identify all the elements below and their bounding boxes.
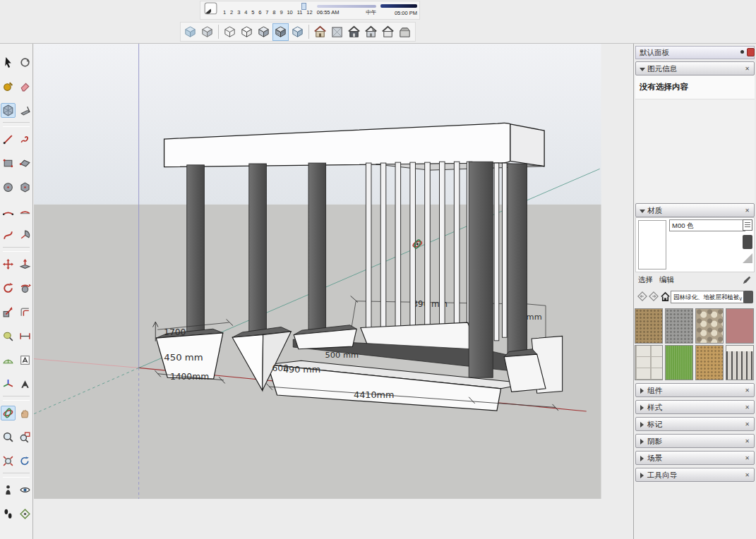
pan-tool-icon[interactable] (18, 406, 32, 420)
time-slider-track[interactable] (317, 5, 376, 8)
style-back-edges-icon[interactable] (199, 23, 215, 41)
tape-measure-tool-icon[interactable] (1, 329, 16, 344)
swatch-pavers[interactable] (635, 345, 663, 380)
section-styles[interactable]: 样式 (635, 400, 755, 414)
3d-text-tool-icon[interactable] (18, 377, 32, 392)
paint-details-icon[interactable] (743, 235, 752, 249)
panel-title[interactable]: 默认面板 (635, 46, 755, 59)
3d-viewport[interactable]: 390 mm 2 mm (34, 44, 633, 539)
close-icon[interactable] (743, 420, 751, 429)
line-tool-icon[interactable] (1, 132, 16, 147)
orbit-tool-icon[interactable] (1, 406, 16, 420)
zoom-window-tool-icon[interactable] (18, 430, 32, 444)
arc-tool-icon[interactable] (1, 204, 16, 219)
style-monochrome-icon[interactable] (289, 23, 306, 41)
close-icon[interactable] (743, 64, 751, 73)
shadow-date-slider[interactable]: 1 2 3 4 5 6 7 8 9 10 11 12 (223, 2, 313, 16)
polygon-tool-icon[interactable] (18, 180, 32, 195)
section-instructor[interactable]: 工具向导 (635, 468, 755, 482)
style-wireframe-icon[interactable] (222, 23, 238, 41)
pin-icon[interactable] (740, 50, 744, 54)
style-shaded-textures-icon[interactable] (272, 23, 289, 41)
date-slider-track[interactable] (223, 4, 313, 8)
close-icon[interactable] (743, 206, 751, 215)
expand-arrow-icon (640, 422, 644, 428)
gray-flag-tool-icon[interactable] (18, 103, 32, 118)
view-left-icon[interactable] (397, 23, 413, 41)
paint-bucket-tool-icon[interactable] (1, 79, 16, 94)
dimension-tool-icon[interactable] (18, 329, 32, 344)
make-component-tool-icon[interactable] (18, 55, 32, 70)
follow-me-tool-icon[interactable] (18, 281, 32, 296)
close-icon[interactable] (743, 403, 751, 412)
push-pull-tool-icon[interactable] (18, 257, 32, 272)
home-icon[interactable] (660, 291, 670, 301)
style-shaded-icon[interactable] (256, 23, 272, 41)
rotated-rectangle-tool-icon[interactable] (18, 156, 32, 171)
details-icon[interactable] (743, 291, 753, 303)
walk-tool-icon[interactable] (1, 507, 16, 521)
zoom-tool-icon[interactable] (1, 430, 16, 444)
view-iso-icon[interactable] (312, 23, 328, 41)
select-tool-icon[interactable] (1, 55, 16, 70)
look-around-tool-icon[interactable] (18, 483, 32, 497)
swatch-earth-tan[interactable] (695, 345, 724, 380)
protractor-tool-icon[interactable] (1, 353, 16, 368)
material-category-dropdown[interactable]: 园林绿化、地被层和植被 (671, 291, 744, 303)
close-icon[interactable] (743, 386, 751, 395)
panel-close-icon[interactable] (747, 48, 755, 56)
rotate-tool-icon[interactable] (1, 281, 16, 296)
entity-info-header[interactable]: 图元信息 (635, 61, 755, 75)
swatch-rose-stone[interactable] (726, 308, 754, 344)
style-xray-icon[interactable] (182, 23, 198, 41)
shadow-time-slider-end[interactable]: 05:00 PM (380, 2, 417, 16)
swatch-gravel-gray[interactable] (665, 308, 693, 344)
tab-select[interactable]: 选择 (638, 275, 653, 285)
scale-tool-icon[interactable] (1, 305, 16, 320)
curve-tool-icon[interactable] (1, 228, 16, 243)
swatch-gravel-brown[interactable] (635, 308, 663, 344)
textured-cube-tool-icon[interactable] (1, 103, 16, 118)
nav-back-icon[interactable] (637, 291, 647, 301)
materials-header[interactable]: 材质 (635, 203, 755, 217)
text-tool-icon[interactable] (18, 353, 32, 368)
dimension-label-4410: 4410mm (354, 389, 394, 400)
move-tool-icon[interactable] (1, 257, 16, 272)
close-icon[interactable] (743, 437, 751, 446)
previous-view-tool-icon[interactable] (18, 454, 32, 468)
nav-forward-icon[interactable] (649, 291, 659, 301)
view-right-icon[interactable] (363, 23, 379, 41)
time-end-track[interactable] (380, 4, 417, 8)
create-material-icon[interactable] (743, 219, 752, 231)
shadow-toggle-icon[interactable] (203, 2, 219, 18)
zoom-extents-tool-icon[interactable] (1, 454, 16, 468)
two-point-arc-tool-icon[interactable] (18, 204, 32, 219)
view-back-icon[interactable] (380, 23, 396, 41)
section-components[interactable]: 组件 (635, 383, 755, 397)
view-front-icon[interactable] (346, 23, 362, 41)
pie-tool-icon[interactable] (18, 228, 32, 243)
freehand-tool-icon[interactable] (18, 132, 32, 147)
axes-tool-icon[interactable] (1, 377, 16, 392)
swatch-fence[interactable] (726, 345, 754, 380)
offset-tool-icon[interactable] (18, 305, 32, 320)
tab-edit[interactable]: 编辑 (659, 275, 674, 285)
eraser-tool-icon[interactable] (18, 79, 32, 94)
section-tags[interactable]: 标记 (635, 417, 755, 431)
rectangle-tool-icon[interactable] (1, 156, 16, 171)
close-icon[interactable] (743, 454, 751, 463)
sample-paint-icon[interactable] (742, 275, 752, 285)
section-plane-tool-icon[interactable] (18, 507, 32, 521)
position-camera-tool-icon[interactable] (1, 483, 16, 497)
swatch-pebbles[interactable] (695, 308, 724, 344)
view-top-icon[interactable] (329, 23, 345, 41)
close-icon[interactable] (743, 471, 751, 480)
section-shadows[interactable]: 阴影 (635, 434, 755, 448)
style-hidden-line-icon[interactable] (239, 23, 255, 41)
material-name-field[interactable]: M00 色 (669, 219, 745, 231)
shadow-time-slider[interactable]: 06:55 AM 中午 (317, 2, 376, 16)
circle-tool-icon[interactable] (1, 180, 16, 195)
section-scenes[interactable]: 场景 (635, 451, 755, 465)
swatch-grass[interactable] (665, 345, 693, 380)
date-slider-handle[interactable] (301, 3, 306, 10)
